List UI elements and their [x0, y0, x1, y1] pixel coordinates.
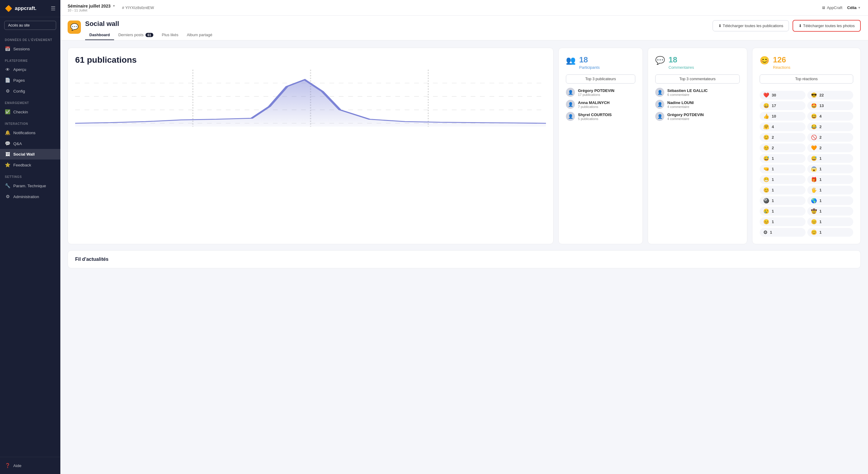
commentaires-icon: 💬 — [655, 56, 665, 65]
reaction-count: 10 — [772, 114, 776, 118]
commentaires-label: Commentaires — [669, 65, 694, 70]
sidebar-item-config[interactable]: ⚙ Config — [0, 86, 60, 97]
tab-dashboard[interactable]: Dashboard — [85, 30, 114, 40]
reaction-item: 😅 1 — [760, 154, 806, 163]
reaction-emoji: 😁 — [763, 177, 769, 182]
reaction-item: 🤗 4 — [760, 123, 806, 131]
top-reactions-button[interactable]: Top réactions — [760, 74, 853, 83]
reaction-emoji: ❤️ — [763, 92, 769, 98]
qa-icon: 💬 — [5, 141, 10, 146]
reaction-emoji: 🌎 — [811, 198, 817, 204]
participants-number: 18 — [579, 55, 600, 65]
reaction-item: ❤️ 30 — [760, 91, 806, 100]
sidebar-item-pages[interactable]: 📄 Pages — [0, 75, 60, 86]
person-name-3: Shyrel COURTOIS — [578, 112, 612, 117]
reaction-item: 🎱 1 — [760, 196, 806, 205]
section-label-emargement: EMARGEMENT — [0, 97, 60, 106]
sidebar-item-sessions[interactable]: 📅 Sessions — [0, 43, 60, 54]
sidebar-item-socialwall[interactable]: 🖼 Social Wall — [0, 149, 60, 160]
reaction-item: 😅 1 — [807, 154, 853, 163]
sidebar-item-notifications[interactable]: 🔔 Notifications — [0, 127, 60, 138]
reaction-emoji: 😊 — [811, 230, 817, 235]
download-posts-button[interactable]: ⬇ Télécharger toutes les publications — [713, 20, 789, 31]
sidebar-item-qa[interactable]: 💬 Q&A — [0, 138, 60, 149]
reactions-number: 126 — [773, 55, 790, 65]
reactions-grid: ❤️ 30 😎 22 😄 17 🤩 13 — [760, 91, 853, 237]
sidebar-item-feedback[interactable]: ⭐ Feedback — [0, 160, 60, 170]
sidebar-item-label-param: Param. Technique — [13, 183, 46, 188]
commentateur-avatar-3: 👤 — [655, 112, 664, 121]
sidebar-item-label-sessions: Sessions — [13, 47, 30, 51]
sidebar-item-label-notifications: Notifications — [13, 131, 36, 135]
reaction-item: 😊 1 — [807, 228, 853, 237]
reaction-item: 😱 1 — [807, 165, 853, 173]
reaction-count: 2 — [819, 125, 822, 129]
sidebar-item-label-aide: Aide — [13, 464, 22, 468]
top-commentateurs-button[interactable]: Top 3 commentateurs — [655, 74, 740, 83]
sidebar-item-aide[interactable]: ❓ Aide — [0, 460, 60, 471]
reaction-item: 🖐 1 — [807, 186, 853, 195]
sidebar-logo: 🔶 appcraft. ☰ — [0, 0, 60, 17]
logo-icon: 🔶 — [5, 5, 12, 12]
reaction-item: ⚙ 1 — [760, 228, 806, 237]
socialwall-icon: 🖼 — [5, 152, 10, 157]
reaction-emoji: 😅 — [811, 156, 817, 161]
reaction-emoji: 😎 — [811, 92, 817, 98]
commentaires-number: 18 — [669, 55, 694, 65]
commentaires-stat-header: 💬 18 Commentaires — [655, 55, 740, 70]
tab-album-partage[interactable]: Album partagé — [183, 30, 217, 40]
reaction-item: 🌎 1 — [807, 196, 853, 205]
reaction-emoji: 🤠 — [811, 208, 817, 214]
topbar-right: 🖥 AppCraft Célia ▼ — [822, 5, 861, 10]
reaction-count: 1 — [772, 188, 774, 192]
topbar-left: Séminaire juillet 2023 ▼ 10 - 11 Juillet… — [68, 4, 154, 12]
reaction-emoji: 😱 — [811, 166, 817, 172]
sessions-icon: 📅 — [5, 46, 10, 52]
tab-plus-likes[interactable]: Plus likés — [158, 30, 183, 40]
reaction-count: 22 — [819, 93, 824, 97]
sidebar-item-param[interactable]: 🔧 Param. Technique — [0, 180, 60, 191]
reaction-emoji: 🎱 — [763, 198, 769, 204]
hamburger-icon[interactable]: ☰ — [51, 5, 56, 12]
section-label-plateforme: PLATEFORME — [0, 54, 60, 64]
reaction-count: 4 — [772, 125, 774, 129]
fil-actualites-title: Fil d'actualités — [75, 257, 853, 262]
commentateur-sub-2: 4 commentaire — [667, 105, 693, 108]
reaction-count: 1 — [819, 230, 822, 235]
sidebar: 🔶 appcraft. ☰ Accès au site DONNÉES DE L… — [0, 0, 60, 474]
sidebar-item-checkin[interactable]: ✅ Checkin — [0, 106, 60, 117]
page-title: Social wall — [85, 20, 216, 28]
access-site-button[interactable]: Accès au site — [4, 21, 56, 30]
tab-derniers-badge: 61 — [146, 33, 153, 37]
reaction-item: 😊 1 — [760, 217, 806, 226]
apercu-icon: 👁 — [5, 67, 10, 72]
event-hash: # YIYXIz8sfzntEW — [122, 5, 154, 10]
commentateur-avatar-2: 👤 — [655, 100, 664, 109]
sidebar-item-admin[interactable]: ⚙ Administration — [0, 191, 60, 202]
participants-icon: 👥 — [566, 56, 576, 65]
reaction-count: 1 — [772, 156, 774, 161]
tab-derniers-posts[interactable]: Derniers posts 61 — [114, 30, 158, 40]
reaction-emoji: 😊 — [763, 134, 769, 140]
topbar-user[interactable]: Célia ▼ — [847, 5, 861, 10]
reactions-label: Réactions — [773, 65, 790, 70]
reaction-item: 😊 1 — [760, 186, 806, 195]
top-publicateurs-button[interactable]: Top 3 publicateurs — [566, 74, 635, 83]
reaction-item: 🤠 1 — [807, 207, 853, 215]
reaction-count: 1 — [772, 198, 774, 203]
tab-dashboard-label: Dashboard — [89, 33, 110, 37]
reaction-emoji: 😊 — [763, 187, 769, 193]
reaction-count: 2 — [819, 135, 822, 140]
reaction-count: 4 — [819, 114, 822, 118]
person-sub-1: 17 publications — [578, 93, 615, 97]
download-photos-button[interactable]: ⬇ Télécharger toutes les photos — [793, 20, 861, 32]
logo-text: appcraft. — [15, 5, 36, 11]
tab-pluslikes-label: Plus likés — [162, 33, 178, 37]
sidebar-item-label-qa: Q&A — [13, 141, 22, 146]
sidebar-item-apercu[interactable]: 👁 Aperçu — [0, 64, 60, 75]
commentateur-name-2: Nadine LOUNI — [667, 100, 693, 105]
reaction-item: 🤩 13 — [807, 101, 853, 110]
reaction-item: 😁 1 — [760, 175, 806, 184]
event-dropdown-arrow[interactable]: ▼ — [112, 4, 115, 7]
config-icon: ⚙ — [5, 88, 10, 94]
